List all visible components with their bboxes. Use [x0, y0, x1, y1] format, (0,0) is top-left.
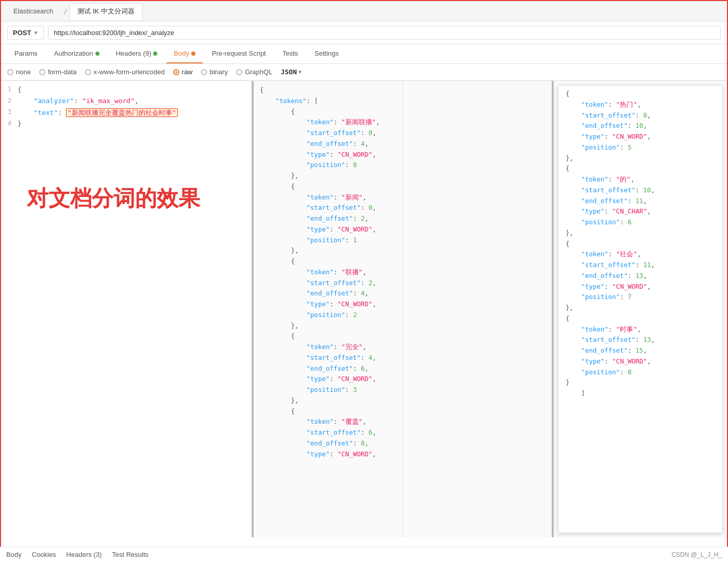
resp-line: "position": 1 [254, 235, 403, 246]
resp-line: "end_offset": 4, [254, 139, 403, 150]
resp-line: "start_offset": 8, [558, 110, 722, 121]
resp-line: "type": "CN_WORD", [558, 131, 722, 142]
resp-line: "type": "CN_WORD", [558, 282, 722, 292]
resp-line: }, [254, 171, 403, 181]
resp-line: "type": "CN_WORD", [558, 356, 722, 367]
bottom-tab-headers[interactable]: Headers (3) [67, 551, 102, 558]
body-type-raw[interactable]: raw [173, 68, 193, 76]
bottom-tab-testresults[interactable]: Test Results [112, 551, 148, 558]
json-chevron: ▼ [299, 69, 302, 75]
resp-line: "position": 3 [254, 385, 403, 395]
body-type-formdata[interactable]: form-data [39, 68, 77, 76]
code-line-1: 1 { [1, 85, 252, 96]
bottom-tab-cookies[interactable]: Cookies [32, 551, 56, 558]
tab-elasticsearch[interactable]: Elasticsearch [5, 3, 61, 19]
resp-line: { [558, 313, 722, 324]
resp-line: "token": "热门", [558, 100, 722, 110]
resp-line: { [254, 107, 403, 118]
code-editor[interactable]: 1 { 2 "analyzer": "ik_max_word", 3 "text… [1, 81, 254, 537]
resp-line: { [558, 163, 722, 174]
body-type-graphql[interactable]: GraphQL [236, 68, 272, 76]
resp-line: "end_offset": 2, [254, 213, 403, 224]
resp-line: "end_offset": 11, [558, 196, 722, 207]
tab-headers[interactable]: Headers (9) [109, 44, 165, 63]
resp-line: "start_offset": 11, [558, 260, 722, 271]
resp-line: "end_offset": 8, [254, 438, 403, 449]
resp-line: { [254, 85, 403, 96]
resp-line: "start_offset": 6, [254, 427, 403, 438]
resp-line: "position": 2 [254, 310, 403, 321]
body-type-none[interactable]: none [7, 68, 31, 76]
tab-settings[interactable]: Settings [307, 44, 346, 63]
resp-line: }, [254, 321, 403, 332]
resp-line: "token": "联播", [254, 267, 403, 278]
main-content: 1 { 2 "analyzer": "ik_max_word", 3 "text… [1, 80, 727, 537]
radio-formdata [39, 69, 45, 75]
url-input[interactable] [48, 26, 721, 40]
watermark: CSDN @_L_J_H_ [671, 551, 722, 558]
tab-body[interactable]: Body [167, 44, 203, 63]
body-type-binary[interactable]: binary [201, 68, 228, 76]
resp-line: }, [254, 395, 403, 406]
resp-line: }, [558, 153, 722, 164]
radio-binary [201, 69, 207, 75]
radio-graphql [236, 69, 242, 75]
resp-line: { [558, 89, 722, 100]
tab-prerequest[interactable]: Pre-request Script [205, 44, 273, 63]
resp-line: "end_offset": 13, [558, 271, 722, 282]
tab-ik-test[interactable]: 测试 IK 中文分词器 [70, 3, 142, 20]
resp-line: { [254, 406, 403, 417]
resp-line: "start_offset": 10, [558, 185, 722, 196]
method-dropdown[interactable]: POST ▼ [7, 26, 44, 40]
resp-line: "type": "CN_WORD", [254, 374, 403, 385]
body-type-urlencoded[interactable]: x-www-form-urlencoded [85, 68, 165, 76]
response-panel: { "tokens": [ { "token": "新闻联播", "start_… [254, 81, 727, 537]
radio-raw [173, 69, 179, 75]
resp-line: "token": "完全", [254, 342, 403, 353]
body-types-bar: none form-data x-www-form-urlencoded raw… [1, 64, 727, 80]
resp-line: { [558, 239, 722, 250]
resp-line: "start_offset": 4, [254, 353, 403, 363]
resp-line: }, [558, 228, 722, 239]
resp-line: "position": 5 [558, 142, 722, 153]
resp-line: } [558, 377, 722, 388]
resp-line: "tokens": [ [254, 96, 403, 107]
resp-line: { [254, 331, 403, 342]
resp-line: "token": "社会", [558, 249, 722, 260]
request-tabs: Params Authorization Headers (9) Body Pr… [1, 44, 727, 64]
resp-line: "token": "新闻联播", [254, 117, 403, 128]
resp-line: "end_offset": 6, [254, 363, 403, 374]
resp-line: "token": "的", [558, 174, 722, 185]
response-col-2[interactable] [403, 81, 554, 537]
headers-dot [153, 52, 157, 56]
tab-tests[interactable]: Tests [275, 44, 305, 63]
method-chevron: ▼ [33, 30, 38, 36]
bottom-tab-body[interactable]: Body [6, 551, 22, 558]
resp-line: "start_offset": 0, [254, 203, 403, 213]
resp-line: "position": 6 [558, 217, 722, 228]
body-dot [191, 52, 195, 56]
url-bar: POST ▼ [1, 22, 727, 44]
resp-line: { [254, 256, 403, 267]
tab-params[interactable]: Params [7, 44, 45, 63]
resp-line: "type": "CN_WORD", [254, 449, 403, 460]
authorization-dot [95, 52, 100, 56]
resp-line: "token": "覆盖", [254, 417, 403, 427]
json-dropdown[interactable]: JSON ▼ [280, 68, 301, 76]
resp-line: "token": "时事", [558, 324, 722, 335]
resp-line: "position": 7 [558, 292, 722, 303]
resp-line: "start_offset": 0, [254, 128, 403, 139]
resp-line: }, [558, 303, 722, 313]
code-line-4: 4 } [1, 119, 252, 130]
resp-line: "end_offset": 10, [558, 121, 722, 131]
response-col-1[interactable]: { "tokens": [ { "token": "新闻联播", "start_… [254, 81, 403, 537]
resp-line: "type": "CN_WORD", [254, 224, 403, 235]
resp-line: "start_offset": 2, [254, 278, 403, 289]
tab-authorization[interactable]: Authorization [47, 44, 107, 63]
resp-line: ] [558, 388, 722, 399]
annotation-text: 对文档分词的效果 [27, 184, 200, 213]
popup-panel[interactable]: { "token": "热门", "start_offset": 8, "end… [558, 85, 723, 533]
resp-line: "type": "CN_CHAR", [558, 206, 722, 217]
resp-line: { [254, 181, 403, 192]
resp-line: "type": "CN_WORD", [254, 299, 403, 310]
